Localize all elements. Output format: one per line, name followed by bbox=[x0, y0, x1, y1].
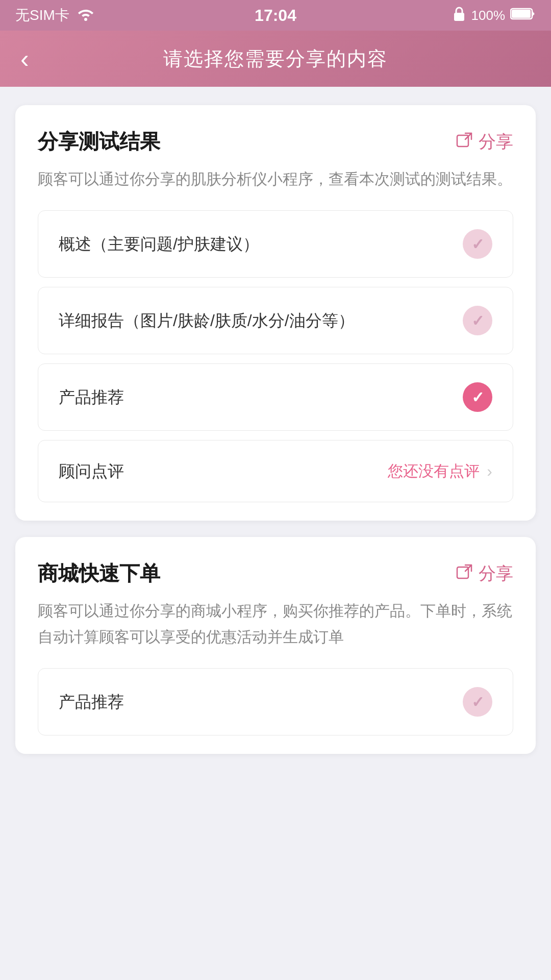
status-left: 无SIM卡 bbox=[15, 6, 95, 25]
section1-title: 分享测试结果 bbox=[38, 128, 160, 156]
nav-bar: ‹ 请选择您需要分享的内容 bbox=[0, 31, 551, 87]
product-check-icon: ✓ bbox=[471, 388, 484, 406]
product2-checkbox[interactable]: ✓ bbox=[463, 687, 492, 717]
option-detail-label: 详细报告（图片/肤龄/肤质/水分/油分等） bbox=[59, 308, 463, 333]
option-overview[interactable]: 概述（主要问题/护肤建议） ✓ bbox=[38, 210, 513, 278]
svg-rect-2 bbox=[512, 10, 531, 18]
overview-check-icon: ✓ bbox=[471, 235, 484, 253]
main-content: 分享测试结果 分享 顾客可以通过你分享的肌肤分析仪小程序，查看本次测试的测试结果… bbox=[0, 87, 551, 772]
share-test-results-card: 分享测试结果 分享 顾客可以通过你分享的肌肤分析仪小程序，查看本次测试的测试结果… bbox=[15, 105, 536, 521]
detail-checkbox[interactable]: ✓ bbox=[463, 306, 492, 335]
status-time: 17:04 bbox=[255, 6, 296, 25]
detail-check-icon: ✓ bbox=[471, 312, 484, 330]
option-overview-label: 概述（主要问题/护肤建议） bbox=[59, 232, 463, 256]
share-mall-icon bbox=[456, 563, 473, 584]
battery-percent: 100% bbox=[471, 8, 506, 23]
status-right: 100% bbox=[452, 6, 536, 26]
option-product[interactable]: 产品推荐 ✓ bbox=[38, 363, 513, 431]
option-product2-label: 产品推荐 bbox=[59, 690, 463, 714]
page-title: 请选择您需要分享的内容 bbox=[163, 46, 388, 72]
option-product-label: 产品推荐 bbox=[59, 385, 463, 409]
section1-description: 顾客可以通过你分享的肌肤分析仪小程序，查看本次测试的测试结果。 bbox=[38, 166, 513, 192]
advisor-right: 您还没有点评 › bbox=[388, 461, 492, 482]
option-product2[interactable]: 产品推荐 ✓ bbox=[38, 668, 513, 736]
svg-rect-4 bbox=[457, 567, 468, 578]
share-test-icon bbox=[456, 131, 473, 153]
option-detail[interactable]: 详细报告（图片/肤龄/肤质/水分/油分等） ✓ bbox=[38, 287, 513, 354]
option-advisor-label: 顾问点评 bbox=[59, 459, 388, 483]
share-test-label: 分享 bbox=[479, 130, 513, 154]
share-test-button[interactable]: 分享 bbox=[456, 130, 513, 154]
share-mall-label: 分享 bbox=[479, 562, 513, 585]
svg-rect-0 bbox=[454, 13, 464, 21]
product-checkbox[interactable]: ✓ bbox=[463, 382, 492, 412]
wifi-icon bbox=[77, 7, 95, 24]
svg-rect-3 bbox=[457, 135, 468, 146]
option-advisor[interactable]: 顾问点评 您还没有点评 › bbox=[38, 440, 513, 502]
no-review-text: 您还没有点评 bbox=[388, 461, 480, 482]
card-header-1: 分享测试结果 分享 bbox=[38, 128, 513, 156]
battery-icon bbox=[510, 7, 536, 24]
section2-title: 商城快速下单 bbox=[38, 559, 160, 587]
section2-description: 顾客可以通过你分享的商城小程序，购买你推荐的产品。下单时，系统自动计算顾客可以享… bbox=[38, 598, 513, 650]
carrier-text: 无SIM卡 bbox=[15, 6, 69, 25]
mall-quick-order-card: 商城快速下单 分享 顾客可以通过你分享的商城小程序，购买你推荐的产品。下单时，系… bbox=[15, 537, 536, 754]
back-button[interactable]: ‹ bbox=[20, 46, 29, 71]
share-mall-button[interactable]: 分享 bbox=[456, 562, 513, 585]
product2-check-icon: ✓ bbox=[471, 693, 484, 711]
status-bar: 无SIM卡 17:04 100% bbox=[0, 0, 551, 31]
chevron-right-icon: › bbox=[487, 462, 492, 481]
overview-checkbox[interactable]: ✓ bbox=[463, 229, 492, 259]
lock-icon bbox=[452, 6, 466, 26]
card-header-2: 商城快速下单 分享 bbox=[38, 559, 513, 587]
